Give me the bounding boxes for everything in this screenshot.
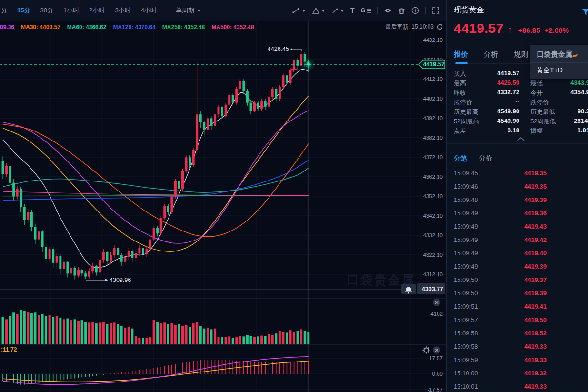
line-tool-icon bbox=[292, 7, 300, 14]
y-axis-label: 4312.10 bbox=[423, 271, 443, 277]
tick-row[interactable]: 15:09:494419.43 bbox=[447, 220, 588, 233]
quote-value: 4354.9 bbox=[570, 89, 588, 96]
text-tool-icon: T bbox=[350, 7, 355, 14]
toggle-visibility-button[interactable] bbox=[384, 7, 392, 14]
tick-price: 4419.37 bbox=[503, 276, 547, 283]
quote-value: 4343.9 bbox=[570, 79, 588, 86]
gann-tool-button[interactable]: G bbox=[361, 7, 371, 14]
tick-time: 15:10:00 bbox=[454, 370, 478, 377]
text-tool-button[interactable]: T bbox=[350, 7, 355, 14]
quote-label: 52周最高 bbox=[454, 117, 479, 126]
tick-row[interactable]: 15:10:014419.33 bbox=[447, 380, 588, 392]
tick-row[interactable]: 15:09:494419.40 bbox=[447, 246, 588, 260]
quote-value: 0.19 bbox=[508, 127, 519, 134]
quote-label: 52周最低 bbox=[530, 117, 556, 126]
tick-row[interactable]: 15:09:504419.39 bbox=[447, 286, 588, 300]
quote-row: 历史最高4549.90历史最低90.3 bbox=[447, 108, 588, 117]
ma-value: MA250: 4352.48 bbox=[162, 24, 205, 30]
tick-price: 4419.39 bbox=[503, 263, 547, 270]
shape-tool-button[interactable] bbox=[312, 7, 325, 14]
tick-row[interactable]: 15:09:584419.33 bbox=[447, 340, 588, 353]
timeframe-2[interactable]: 15分 bbox=[17, 6, 30, 15]
fullscreen-button[interactable] bbox=[432, 7, 439, 14]
macd-settings-gear-icon[interactable] bbox=[423, 347, 430, 354]
up-arrow-icon: ↑ bbox=[508, 25, 513, 35]
timeframe-6[interactable]: 3小时 bbox=[115, 6, 130, 15]
quote-value: 90.3 bbox=[578, 108, 588, 115]
divider bbox=[377, 7, 378, 14]
tick-price: 4419.39 bbox=[503, 196, 547, 203]
tick-price: 4419.33 bbox=[503, 383, 547, 390]
tab-分笔[interactable]: 分笔 bbox=[454, 154, 467, 163]
tab-分价[interactable]: 分价 bbox=[479, 154, 492, 163]
quote-label: 振幅 bbox=[530, 127, 543, 135]
tick-row[interactable]: 15:09:504419.37 bbox=[447, 273, 588, 286]
candlestick-chart: 口袋贵金属4432.104422.104412.104402.104392.10… bbox=[0, 21, 446, 392]
svg-text:4303.77: 4303.77 bbox=[422, 286, 443, 292]
svg-text:4419.57: 4419.57 bbox=[423, 61, 444, 68]
tick-time: 15:09:57 bbox=[454, 316, 478, 323]
tick-time: 15:09:50 bbox=[454, 290, 478, 297]
refresh-icon[interactable] bbox=[437, 24, 443, 30]
timeframe-4[interactable]: 1小时 bbox=[63, 6, 79, 15]
tick-time: 15:09:51 bbox=[454, 303, 478, 310]
quote-label: 昨收 bbox=[454, 89, 466, 97]
timeframe-1[interactable]: 分 bbox=[1, 6, 7, 15]
info-button[interactable] bbox=[411, 7, 419, 14]
arrow-tool-button[interactable] bbox=[331, 7, 344, 14]
alert-bell-button[interactable] bbox=[401, 284, 416, 294]
quote-label: 最低 bbox=[530, 79, 543, 88]
logo-accent bbox=[572, 54, 578, 57]
collapse-chevron-icon[interactable] bbox=[517, 137, 525, 141]
tick-time: 15:09:58 bbox=[454, 330, 478, 337]
chart-toolbar: 分15分30分1小时2小时3小时4小时 单周期 T G bbox=[0, 0, 446, 21]
tick-row[interactable]: 15:09:464419.35 bbox=[447, 180, 588, 193]
single-period-dropdown[interactable]: 单周期 bbox=[176, 6, 201, 15]
tab-分析[interactable]: 分析 bbox=[484, 50, 498, 59]
tick-time: 15:09:50 bbox=[454, 276, 478, 283]
tab-规则[interactable]: 规则 bbox=[514, 50, 528, 59]
tick-price: 4419.33 bbox=[503, 343, 547, 350]
related-instrument[interactable]: 黄金T+D bbox=[537, 66, 588, 75]
timeframe-5[interactable]: 2小时 bbox=[89, 6, 105, 15]
tick-row[interactable]: 15:09:584419.52 bbox=[447, 326, 588, 340]
tick-time: 15:09:59 bbox=[454, 356, 478, 363]
tick-row[interactable]: 15:09:484419.39 bbox=[447, 193, 588, 206]
tick-row[interactable]: 15:09:494419.42 bbox=[447, 233, 588, 246]
tab-报价[interactable]: 报价 bbox=[454, 50, 468, 59]
tick-row[interactable]: 15:09:594419.33 bbox=[447, 353, 588, 366]
low-annotation: 4309.96 bbox=[110, 277, 131, 283]
tick-time: 15:09:46 bbox=[454, 183, 478, 190]
filter-icon[interactable] bbox=[582, 9, 588, 16]
macd-axis-label: -17.57 bbox=[427, 387, 443, 392]
tick-row[interactable]: 15:09:454419.35 bbox=[447, 166, 588, 180]
chart-area[interactable]: 口袋贵金属4432.104422.104412.104402.104392.10… bbox=[0, 21, 446, 392]
y-axis-label: 4402.10 bbox=[423, 96, 443, 101]
quote-row: 涨停价--跌停价 bbox=[447, 98, 588, 108]
macd-axis-label: 0.00 bbox=[432, 371, 443, 377]
timeframe-3[interactable]: 30分 bbox=[40, 6, 53, 15]
macd-pane-close-icon[interactable] bbox=[433, 346, 440, 354]
tick-row[interactable]: 15:10:004419.32 bbox=[447, 366, 588, 380]
quote-value: 1.91 bbox=[578, 127, 588, 134]
delete-drawings-button[interactable] bbox=[398, 7, 405, 14]
quote-row: 52周最高4549.9052周最低2614. bbox=[447, 117, 588, 127]
quote-label: 最高 bbox=[454, 79, 466, 88]
tick-price: 4419.50 bbox=[503, 316, 547, 323]
ma-value: MA60: 4366.62 bbox=[67, 24, 107, 30]
tick-price: 4419.41 bbox=[503, 303, 547, 310]
timeframe-7[interactable]: 4小时 bbox=[141, 6, 157, 15]
ma-indicator-row: 09.36MA30: 4403.57MA60: 4366.62MA120: 43… bbox=[0, 23, 443, 31]
tick-price: 4419.33 bbox=[503, 356, 547, 363]
tick-price: 4419.39 bbox=[503, 290, 547, 297]
tick-row[interactable]: 15:09:494419.36 bbox=[447, 206, 588, 220]
last-price-dot bbox=[307, 63, 310, 66]
tick-row[interactable]: 15:09:574419.50 bbox=[447, 313, 588, 326]
divider bbox=[530, 62, 588, 63]
line-tool-button[interactable] bbox=[292, 7, 306, 14]
volume-pane-close-icon[interactable] bbox=[433, 299, 440, 306]
tick-row[interactable]: 15:09:494419.39 bbox=[447, 260, 588, 273]
macd-dea-line bbox=[3, 361, 309, 382]
tick-row[interactable]: 15:09:514419.41 bbox=[447, 300, 588, 313]
ma-value: MA30: 4403.57 bbox=[21, 24, 60, 30]
